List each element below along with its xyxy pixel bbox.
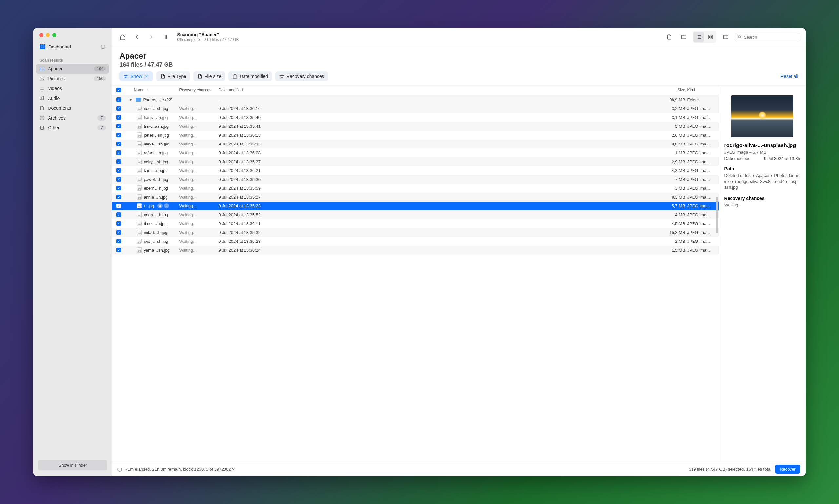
row-checkbox[interactable] (117, 203, 121, 208)
table-row[interactable]: yama…sh.jpg Waiting... 9 Jul 2024 at 13:… (112, 246, 718, 255)
disclosure-triangle-icon[interactable]: ▾ (130, 97, 134, 102)
file-type-filter[interactable]: File Type (156, 71, 190, 81)
row-date: 9 Jul 2024 at 13:35:23 (218, 203, 661, 209)
forward-button[interactable] (146, 32, 157, 42)
table-group-row[interactable]: ▾Photos…le (22) — 98,9 MB Folder (112, 95, 718, 104)
table-row[interactable]: milad…h.jpg Waiting... 9 Jul 2024 at 13:… (112, 228, 718, 237)
row-recovery: Waiting... (179, 248, 218, 253)
row-recovery: Waiting... (179, 142, 218, 146)
scan-status-block: Scanning "Apacer" 0% complete – 319 file… (177, 32, 238, 42)
row-date: 9 Jul 2024 at 13:35:37 (218, 159, 661, 164)
row-checkbox[interactable] (117, 168, 121, 173)
table-row[interactable]: karl-…sh.jpg Waiting... 9 Jul 2024 at 13… (112, 166, 718, 175)
sidebar-item-archives[interactable]: Archives7 (36, 113, 109, 123)
row-checkbox[interactable] (117, 115, 121, 120)
date-modified-label: Date modified (239, 74, 268, 79)
row-size: 4,3 MB (661, 168, 687, 173)
table-row[interactable]: noell…sh.jpg Waiting... 9 Jul 2024 at 13… (112, 104, 718, 113)
row-checkbox[interactable] (117, 97, 121, 102)
list-view-button[interactable] (694, 32, 704, 42)
folder-button[interactable] (678, 32, 689, 42)
table-row[interactable]: adity…sh.jpg Waiting... 9 Jul 2024 at 13… (112, 157, 718, 166)
table-row[interactable]: peter…sh.jpg Waiting... 9 Jul 2024 at 13… (112, 131, 718, 140)
table-row[interactable]: andre…h.jpg Waiting... 9 Jul 2024 at 13:… (112, 210, 718, 219)
sidebar-item-other[interactable]: Other7 (36, 123, 109, 133)
page-subtitle: 164 files / 47,47 GB (119, 61, 798, 68)
sidebar-item-audio[interactable]: Audio (36, 93, 109, 103)
select-all-checkbox[interactable] (117, 88, 121, 92)
show-in-finder-button[interactable]: Show in Finder (38, 460, 107, 470)
row-checkbox[interactable] (117, 239, 121, 244)
row-checkbox[interactable] (117, 221, 121, 226)
row-checkbox[interactable] (117, 124, 121, 128)
file-size-label: File size (204, 74, 221, 79)
search-box[interactable] (735, 33, 800, 41)
file-size-filter[interactable]: File size (193, 71, 225, 81)
main-area: Scanning "Apacer" 0% complete – 319 file… (112, 28, 805, 476)
row-date: 9 Jul 2024 at 13:36:11 (218, 221, 661, 226)
table-row[interactable]: alexa…sh.jpg Waiting... 9 Jul 2024 at 13… (112, 140, 718, 148)
pause-scan-button[interactable] (161, 32, 171, 42)
row-kind: Folder (687, 97, 717, 102)
row-checkbox[interactable] (117, 186, 121, 191)
row-size: 5,7 MB (661, 203, 687, 209)
grid-view-button[interactable] (705, 32, 716, 42)
close-window[interactable] (39, 33, 43, 37)
column-size[interactable]: Size (661, 88, 687, 92)
recover-button[interactable]: Recover (775, 465, 800, 473)
sidebar-item-pictures[interactable]: Pictures150 (36, 74, 109, 84)
table-row[interactable]: rafael…h.jpg Waiting... 9 Jul 2024 at 13… (112, 148, 718, 157)
row-checkbox[interactable] (117, 230, 121, 235)
row-checkbox[interactable] (117, 177, 121, 182)
column-kind[interactable]: Kind (687, 88, 717, 92)
table-row[interactable]: hans-…h.jpg Waiting... 9 Jul 2024 at 13:… (112, 113, 718, 122)
toggle-sidebar-button[interactable] (720, 32, 731, 42)
row-checkbox[interactable] (117, 159, 121, 164)
column-date[interactable]: Date modified (218, 88, 661, 92)
file-icon (137, 230, 142, 235)
date-modified-filter[interactable]: Date modified (228, 71, 272, 81)
row-date: — (218, 97, 661, 102)
audio-icon (39, 96, 44, 101)
hex-icon[interactable]: # (164, 203, 169, 209)
table-row[interactable]: r…pg◉# Waiting... 9 Jul 2024 at 13:35:23… (112, 201, 718, 210)
sidebar-item-apacer[interactable]: Apacer164 (36, 64, 109, 74)
table-row[interactable]: eberh…h.jpg Waiting... 9 Jul 2024 at 13:… (112, 184, 718, 193)
sidebar-dashboard[interactable]: Dashboard (37, 42, 108, 52)
scrollbar[interactable] (716, 197, 718, 233)
table-row[interactable]: jejo-j…sh.jpg Waiting... 9 Jul 2024 at 1… (112, 237, 718, 246)
row-checkbox[interactable] (117, 212, 121, 217)
file-icon (137, 132, 142, 138)
show-filter[interactable]: Show (119, 71, 153, 81)
back-button[interactable] (132, 32, 142, 42)
row-size: 3,1 MB (661, 115, 687, 120)
table-row[interactable]: tim-…ash.jpg Waiting... 9 Jul 2024 at 13… (112, 122, 718, 131)
sidebar-list: Apacer164Pictures150VideosAudioDocuments… (33, 64, 112, 456)
detail-pane: rodrigo-silva-...-unsplash.jpg JPEG imag… (719, 86, 806, 462)
minimize-window[interactable] (46, 33, 50, 37)
column-name[interactable]: Name ⌃ (123, 88, 179, 92)
sidebar-item-videos[interactable]: Videos (36, 84, 109, 93)
table-row[interactable]: pawel…h.jpg Waiting... 9 Jul 2024 at 13:… (112, 175, 718, 184)
reset-all-link[interactable]: Reset all (780, 74, 798, 79)
row-checkbox[interactable] (117, 248, 121, 252)
maximize-window[interactable] (52, 33, 56, 37)
table-row[interactable]: timo-…h.jpg Waiting... 9 Jul 2024 at 13:… (112, 219, 718, 228)
row-name: peter…sh.jpg (144, 133, 169, 138)
preview-icon[interactable]: ◉ (157, 203, 163, 209)
search-input[interactable] (744, 35, 797, 40)
table-row[interactable]: annie…h.jpg Waiting... 9 Jul 2024 at 13:… (112, 193, 718, 201)
new-file-button[interactable] (664, 32, 675, 42)
row-checkbox[interactable] (117, 133, 121, 137)
column-recovery[interactable]: Recovery chances (179, 88, 218, 92)
row-name: yama…sh.jpg (144, 248, 169, 253)
sort-asc-icon: ⌃ (146, 89, 149, 92)
row-checkbox[interactable] (117, 106, 121, 111)
row-checkbox[interactable] (117, 195, 121, 199)
row-checkbox[interactable] (117, 142, 121, 146)
row-checkbox[interactable] (117, 150, 121, 155)
sidebar-item-documents[interactable]: Documents (36, 103, 109, 113)
row-date: 9 Jul 2024 at 13:36:13 (218, 133, 661, 138)
recovery-filter[interactable]: Recovery chances (275, 71, 328, 81)
home-button[interactable] (117, 32, 128, 42)
